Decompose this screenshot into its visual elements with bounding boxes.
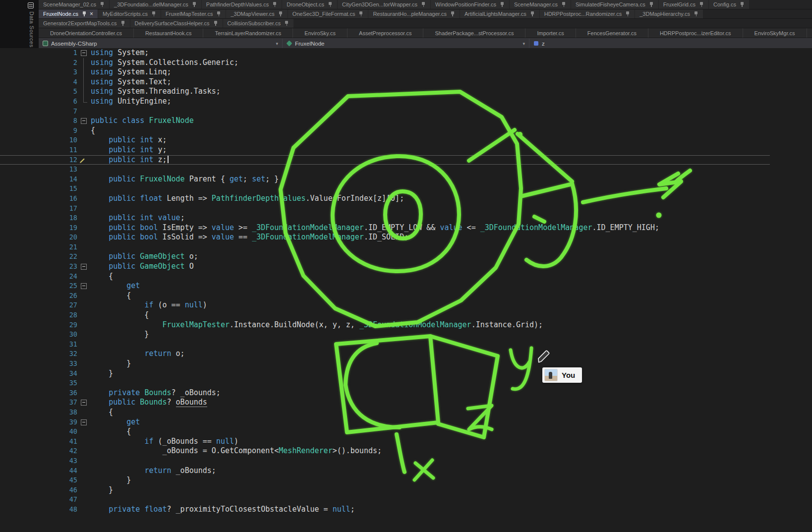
code-line-26[interactable]: 26 { [0, 291, 770, 301]
tab-config-cs[interactable]: Config.cs [709, 0, 749, 9]
code-line-42[interactable]: 42 _oBounds = O.GetComponent<MeshRendere… [0, 446, 770, 456]
code-line-15[interactable]: 15 [0, 184, 770, 194]
code-line-48[interactable]: 48 private float? _proximityToClosestObs… [0, 505, 770, 515]
pin-icon[interactable] [151, 11, 156, 17]
code-line-21[interactable]: 21 [0, 242, 770, 252]
code-line-33[interactable]: 33 } [0, 359, 770, 369]
code-line-45[interactable]: 45 } [0, 475, 770, 485]
code-line-35[interactable]: 35 [0, 378, 770, 388]
pin-icon[interactable] [278, 11, 283, 17]
pin-icon[interactable] [561, 2, 566, 7]
pin-icon[interactable] [625, 11, 630, 17]
code-line-40[interactable]: 40 { [0, 427, 770, 437]
code-line-18[interactable]: 18 public int value; [0, 213, 770, 223]
code-line-29[interactable]: 29 FruxelMapTester.Instance.BuildNode(x,… [0, 320, 770, 330]
code-line-1[interactable]: 1using System; [0, 48, 770, 58]
pin-icon[interactable] [120, 21, 125, 26]
fold-collapse-icon[interactable] [77, 262, 91, 272]
code-line-37[interactable]: 37 public Bounds? oBounds [0, 398, 770, 408]
data-sources-tab[interactable]: Data Sources [29, 11, 35, 48]
tab-collisionsubscriber-cs[interactable]: CollisionSubscriber.cs [223, 19, 294, 28]
tab-pathfinderdepthvalues-cs[interactable]: PathfinderDepthValues.cs [202, 0, 282, 9]
code-line-19[interactable]: 19 public bool IsEmpty => value >= _3DFo… [0, 223, 770, 233]
code-line-39[interactable]: 39 get [0, 417, 770, 427]
pin-icon[interactable] [328, 2, 333, 7]
pin-icon[interactable] [192, 2, 197, 7]
code-line-13[interactable]: 13 [0, 165, 770, 175]
pin-icon[interactable] [699, 2, 704, 7]
tab-assetpreprocessor-cs[interactable]: AssetPreprocessor.cs [348, 28, 423, 38]
code-line-8[interactable]: 8public class FruxelNode [0, 116, 770, 126]
code-line-10[interactable]: 10 public int x; [0, 135, 770, 145]
fold-collapse-icon[interactable] [77, 116, 91, 126]
code-line-34[interactable]: 34 } [0, 369, 770, 379]
code-line-5[interactable]: 5using System.Threading.Tasks; [0, 87, 770, 97]
code-line-32[interactable]: 32 return o; [0, 349, 770, 359]
pin-icon[interactable] [694, 11, 698, 17]
pin-icon[interactable] [450, 11, 455, 17]
code-line-27[interactable]: 27 if (o == null) [0, 300, 770, 310]
tab-fruxelnode-cs[interactable]: FruxelNode.cs× [39, 9, 98, 18]
fold-collapse-icon[interactable] [77, 417, 91, 427]
code-line-6[interactable]: 6using UnityEngine; [0, 97, 770, 107]
tab-onesec3d-fileformat-cs[interactable]: OneSec3D_FileFormat.cs [288, 9, 368, 18]
close-icon[interactable]: × [90, 11, 93, 17]
tab-deliverysurfaceclasshelper-cs[interactable]: DeliverySurfaceClassHelper.cs [130, 19, 223, 28]
tab-shaderpackage-stprocessor-cs[interactable]: ShaderPackage...stProcessor.cs [423, 28, 525, 38]
pin-icon[interactable] [421, 2, 426, 7]
code-line-30[interactable]: 30 } [0, 330, 770, 340]
member-dropdown[interactable]: z [529, 39, 812, 48]
tab-fruxelmaptester-cs[interactable]: FruxelMapTester.cs [161, 9, 226, 18]
code-line-3[interactable]: 3using System.Linq; [0, 67, 770, 77]
code-line-38[interactable]: 38 { [0, 408, 770, 417]
code-line-22[interactable]: 22 public GameObject o; [0, 252, 770, 262]
tab-droneorientationcontroller-cs[interactable]: DroneOrientationController.cs [39, 28, 134, 38]
tab--3dmapviewer-cs[interactable]: _3DMapViewer.cs [226, 9, 287, 18]
code-line-20[interactable]: 20 public bool IsSolid => value == _3DFo… [0, 233, 770, 242]
tab-envirosky-cs[interactable]: EnviroSky.cs [293, 28, 348, 38]
code-line-9[interactable]: 9{ [0, 126, 770, 136]
pin-icon[interactable] [284, 21, 289, 26]
tab-fencesgenerator-cs[interactable]: FencesGenerator.cs [576, 28, 648, 38]
tab-simulatedfisheyecamera-cs[interactable]: SimulatedFisheyeCamera.cs [571, 0, 658, 9]
code-line-7[interactable]: 7 [0, 107, 770, 117]
tab-enviroskymgr-cs[interactable]: EnviroSkyMgr.cs [743, 28, 807, 38]
tab-restauranthook-cs[interactable]: RestaurantHook.cs [134, 28, 204, 38]
fold-collapse-icon[interactable] [77, 48, 91, 58]
pin-icon[interactable] [82, 11, 87, 17]
tab-citygen3dgen-torwrapper-cs[interactable]: CityGen3DGen...torWrapper.cs [338, 0, 430, 9]
project-dropdown[interactable]: Assembly-CSharp ▾ [39, 39, 283, 48]
code-line-46[interactable]: 46 } [0, 485, 770, 495]
pin-icon[interactable] [649, 2, 654, 7]
tab-terrainlayerrandomizer-cs[interactable]: TerrainLayerRandomizer.cs [203, 28, 293, 38]
code-line-16[interactable]: 16 public float Length => PathfinderDept… [0, 194, 770, 204]
code-line-25[interactable]: 25 get [0, 281, 770, 291]
tab-scenemanager-02-cs[interactable]: SceneManager_02.cs [39, 0, 109, 9]
code-line-47[interactable]: 47 [0, 495, 770, 505]
pin-icon[interactable] [213, 21, 218, 26]
tab-artificiallightsmanager-cs[interactable]: ArtificialLightsManager.cs [460, 9, 539, 18]
type-dropdown[interactable]: FruxelNode ▾ [283, 39, 529, 48]
tab-hdrppostproc-randomizer-cs[interactable]: HDRPPostproc...Randomizer.cs [540, 9, 635, 18]
tab-myeditorscripts-cs[interactable]: MyEditorScripts.cs [98, 9, 161, 18]
fold-collapse-icon[interactable] [77, 281, 91, 291]
tab--3dfoundatio-delmanager-cs[interactable]: _3DFoundatio...delManager.cs [110, 0, 201, 9]
code-line-44[interactable]: 44 return _oBounds; [0, 466, 770, 476]
pin-icon[interactable] [500, 2, 505, 7]
tab-restaurantho-plemanager-cs[interactable]: RestaurantHo...pleManager.cs [368, 9, 460, 18]
pin-icon[interactable] [740, 2, 745, 7]
code-line-41[interactable]: 41 if (_oBounds == null) [0, 437, 770, 447]
code-line-31[interactable]: 31 [0, 340, 770, 350]
tab-fruxelgrid-cs[interactable]: FruxelGrid.cs [659, 0, 708, 9]
code-line-14[interactable]: 14 public FruxelNode Parent { get; set; … [0, 175, 770, 184]
code-line-23[interactable]: 23 public GameObject O [0, 262, 770, 272]
tab-scenemanager-cs[interactable]: SceneManager.cs [510, 0, 571, 9]
pin-icon[interactable] [530, 11, 535, 17]
code-line-28[interactable]: 28 { [0, 310, 770, 320]
tab-hdrppostproc-izereditor-cs[interactable]: HDRPPostproc...izerEditor.cs [648, 28, 743, 38]
pin-icon[interactable] [358, 11, 363, 17]
fold-collapse-icon[interactable] [77, 398, 91, 408]
tab-droneobject-cs[interactable]: DroneObject.cs [282, 0, 337, 9]
code-line-11[interactable]: 11 public int y; [0, 145, 770, 155]
tab-generator2exportmaptools-cs[interactable]: Generator2ExportMapTools.cs [39, 19, 130, 28]
